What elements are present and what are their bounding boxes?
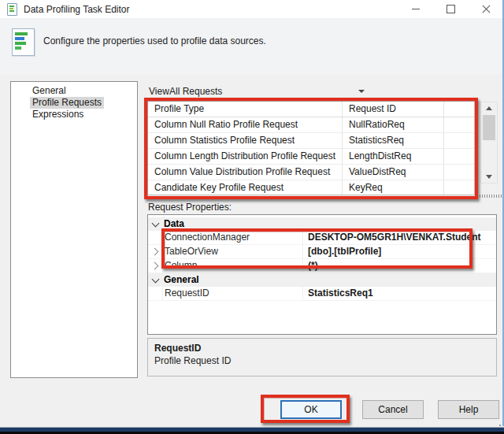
cell-profile-type: Candidate Key Profile Request <box>148 180 343 195</box>
maximize-button[interactable] <box>433 0 469 18</box>
collapse-chevron-icon[interactable] <box>151 275 159 283</box>
cell-request-id: NullRatioReq <box>343 117 444 132</box>
sidebar-item-general[interactable]: General <box>30 85 69 97</box>
property-name: ConnectionManager <box>162 231 303 244</box>
dialog-header: Configure the properties used to profile… <box>0 18 504 75</box>
minimize-icon <box>412 9 420 9</box>
data-profiling-task-editor-window: Data Profiling Task Editor Configure the… <box>0 0 504 434</box>
table-row[interactable]: Column Statistics Profile Request Statis… <box>148 133 474 149</box>
table-vertical-scrollbar[interactable] <box>480 102 498 184</box>
scroll-down-icon <box>486 175 492 179</box>
property-row-column[interactable]: Column (*) <box>148 259 496 273</box>
window-title: Data Profiling Task Editor <box>24 4 130 15</box>
ok-button[interactable]: OK <box>280 400 342 419</box>
property-row-tableorview[interactable]: TableOrView [dbo].[tblProfile] <box>148 245 496 259</box>
property-description-panel: RequestID Profile Request ID <box>147 338 497 377</box>
property-value[interactable]: [dbo].[tblProfile] <box>303 245 496 258</box>
maximize-icon <box>447 5 455 13</box>
table-header-row: Profile Type Request ID <box>148 102 474 117</box>
table-row[interactable]: Column Length Distribution Profile Reque… <box>148 149 474 165</box>
scroll-up-icon <box>486 106 492 110</box>
minimize-button[interactable] <box>398 0 433 18</box>
cancel-button[interactable]: Cancel <box>362 400 424 419</box>
app-document-icon <box>7 3 17 16</box>
collapse-chevron-icon[interactable] <box>151 219 159 227</box>
table-row[interactable]: Candidate Key Profile Request KeyReq <box>148 180 474 195</box>
property-value[interactable]: StatisticsReq1 <box>303 287 496 300</box>
column-header-filler <box>444 102 474 117</box>
cell-request-id: LengthDistReq <box>343 149 444 164</box>
titlebar: Data Profiling Task Editor <box>0 0 504 18</box>
window-bottom-edge <box>0 426 504 434</box>
close-icon <box>482 5 491 13</box>
splitter-grip[interactable] <box>477 195 502 198</box>
property-row-connectionmanager[interactable]: ConnectionManager DESKTOP-OM5GR1H\VENKAT… <box>148 231 496 245</box>
data-profiling-icon <box>12 28 35 56</box>
table-row[interactable]: Column Null Ratio Profile Request NullRa… <box>148 117 474 133</box>
cell-request-id: KeyReq <box>343 180 444 195</box>
expand-chevron-icon[interactable] <box>150 262 158 270</box>
property-value[interactable]: DESKTOP-OM5GR1H\VENKAT.Student <box>303 231 496 244</box>
help-button[interactable]: Help <box>438 400 499 419</box>
description-title: RequestID <box>154 343 490 354</box>
scroll-up-button[interactable] <box>481 102 497 114</box>
cell-profile-type: Column Null Ratio Profile Request <box>148 117 343 132</box>
profile-requests-table: Profile Type Request ID Column Null Rati… <box>147 101 475 195</box>
description-text: Profile Request ID <box>154 355 490 366</box>
property-group-general[interactable]: General <box>148 273 496 287</box>
cell-profile-type: Column Value Distribution Profile Reques… <box>148 165 343 180</box>
cell-request-id: ValueDistReq <box>343 165 444 180</box>
view-label: View <box>149 86 169 97</box>
sidebar-item-expressions[interactable]: Expressions <box>30 109 86 121</box>
cell-request-id: StatisticsReq <box>343 133 444 148</box>
scrollbar-thumb[interactable] <box>483 115 495 140</box>
property-name: TableOrView <box>162 245 303 258</box>
property-group-data[interactable]: Data <box>148 217 496 231</box>
sidebar-item-profile-requests[interactable]: Profile Requests <box>30 97 104 109</box>
expand-chevron-icon[interactable] <box>150 248 158 256</box>
group-name: Data <box>162 217 302 231</box>
property-row-requestid[interactable]: RequestID StatisticsReq1 <box>148 287 496 301</box>
group-name: General <box>162 273 302 287</box>
view-combobox[interactable]: All Requests <box>169 83 368 98</box>
dialog-description: Configure the properties used to profile… <box>43 35 266 46</box>
view-combobox-value: All Requests <box>169 86 222 97</box>
column-header-profile-type[interactable]: Profile Type <box>148 102 343 117</box>
property-value[interactable]: (*) <box>303 259 496 273</box>
cell-profile-type: Column Statistics Profile Request <box>148 133 343 148</box>
pages-sidebar: General Profile Requests Expressions <box>10 81 138 378</box>
table-row[interactable]: Column Value Distribution Profile Reques… <box>148 165 474 180</box>
close-button[interactable] <box>469 0 504 18</box>
cell-profile-type: Column Length Distribution Profile Reque… <box>148 149 343 164</box>
request-properties-label: Request Properties: <box>148 202 232 213</box>
column-header-request-id[interactable]: Request ID <box>343 102 444 117</box>
property-name: Column <box>162 259 303 273</box>
request-properties-grid: Data ConnectionManager DESKTOP-OM5GR1H\V… <box>147 214 497 335</box>
scroll-down-button[interactable] <box>481 171 497 183</box>
chevron-down-icon <box>358 90 365 93</box>
property-name: RequestID <box>162 287 303 300</box>
